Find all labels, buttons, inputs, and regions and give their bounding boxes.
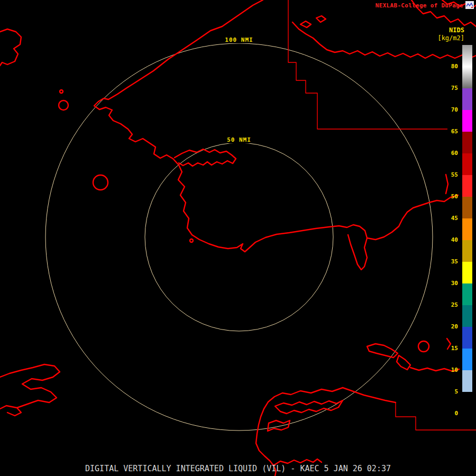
- island-dot-center: [190, 239, 193, 242]
- colorbar-segment-20-25: [462, 305, 472, 327]
- colorbar-tick-65: 65: [451, 128, 458, 135]
- colorbar-segment-25-30: [462, 283, 472, 305]
- header-brand: NEXLAB-College of DuPage: [376, 2, 463, 9]
- colorbar-segment-50-55: [462, 175, 472, 197]
- footer-caption: DIGITAL VERTICALLY INTEGRATED LIQUID (VI…: [85, 464, 391, 473]
- colorbar-tick-30: 30: [451, 280, 458, 287]
- colorbar-segment-55-60: [462, 153, 472, 175]
- island-dot-small: [60, 90, 63, 93]
- coastline-right-notch: [447, 338, 451, 349]
- colorbar-tick-60: 60: [451, 150, 458, 157]
- colorbar-segment-80+: [462, 45, 472, 67]
- map-outlines: [0, 0, 476, 476]
- colorbar-tick-45: 45: [451, 215, 458, 222]
- island-right-a: [367, 344, 398, 358]
- colorbar-tick-35: 35: [451, 258, 458, 266]
- coastline-main: [94, 0, 458, 252]
- colorbar-segment-10-15: [462, 349, 472, 370]
- island-ring-mid: [93, 175, 108, 190]
- colorbar-segment-45-50: [462, 197, 472, 218]
- colorbar-tick-70: 70: [451, 106, 458, 114]
- island-bottom-left: [0, 364, 60, 409]
- colorbar-tick-15: 15: [451, 345, 458, 352]
- colorbar-tick-10: 10: [451, 367, 458, 374]
- island-right-b: [397, 355, 410, 370]
- range-ring-100nmi: [45, 43, 433, 431]
- radar-display: 100 NMI 50 NMI NEXLAB-College of DuPage …: [0, 0, 476, 476]
- colorbar-units: [kg/m2]: [437, 34, 464, 42]
- colorbar-segment-70-75: [462, 88, 472, 110]
- colorbar-tick-5: 5: [454, 388, 458, 396]
- colorbar: 80757065605550454035302520151050: [462, 45, 472, 414]
- colorbar-tick-25: 25: [451, 301, 458, 309]
- range-ring-label-100nmi: 100 NMI: [222, 36, 255, 43]
- colorbar-segment-15-20: [462, 327, 472, 349]
- range-ring-50nmi: [145, 143, 333, 331]
- coastline-norton-bay: [175, 149, 236, 166]
- colorbar-segment-35-40: [462, 240, 472, 262]
- island-top-right-a: [300, 21, 311, 28]
- range-rings: [45, 43, 433, 431]
- island-top-right-b: [316, 16, 326, 22]
- coastline-hook-peninsula: [348, 235, 367, 270]
- colorbar-tick-50: 50: [451, 193, 458, 200]
- radar-map-svg: [0, 0, 476, 476]
- island-top-left: [0, 29, 21, 66]
- colorbar-segment-40-45: [462, 218, 472, 240]
- coastline-delta-inner-b: [268, 420, 290, 431]
- nexlab-logo-icon: [465, 1, 474, 9]
- colorbar-tick-55: 55: [451, 171, 458, 179]
- coastline-right-squiggle: [446, 175, 448, 194]
- colorbar-tick-40: 40: [451, 236, 458, 244]
- colorbar-tick-0: 0: [454, 410, 458, 417]
- colorbar-segment-65-70: [462, 110, 472, 132]
- island-ring-right: [418, 341, 429, 352]
- colorbar-segment-5-10: [462, 370, 472, 392]
- colorbar-tick-20: 20: [451, 323, 458, 331]
- border-steps-top-right: [288, 0, 447, 129]
- colorbar-segment-75-80: [462, 67, 472, 88]
- colorbar-segment-30-35: [462, 262, 472, 283]
- island-bottom-left-tail: [7, 408, 21, 416]
- island-ring-small: [59, 100, 68, 110]
- coastline-delta-inner-a: [275, 400, 343, 414]
- colorbar-tick-80: 80: [451, 63, 458, 70]
- colorbar-segment-60-65: [462, 132, 472, 153]
- range-ring-label-50nmi: 50 NMI: [224, 136, 254, 143]
- colorbar-segment-0-5: [462, 392, 472, 414]
- colorbar-tick-75: 75: [451, 85, 458, 92]
- colorbar-title: NIDS: [449, 26, 464, 34]
